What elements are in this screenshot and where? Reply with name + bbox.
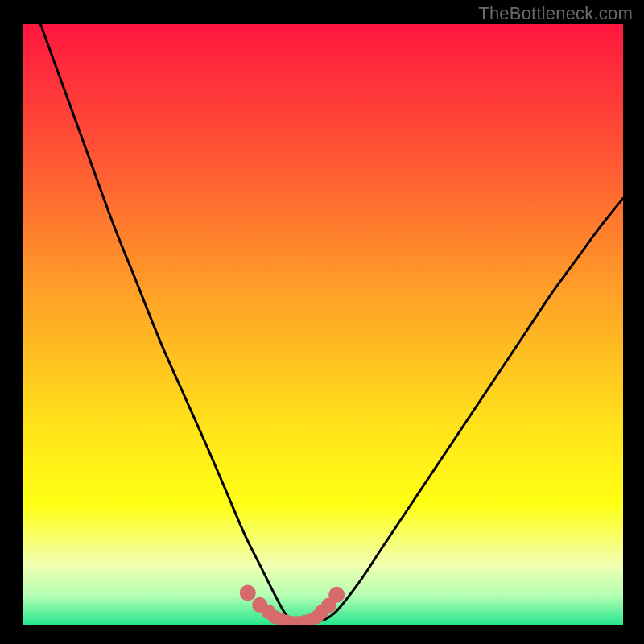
gradient-background <box>23 24 623 625</box>
attribution-text: TheBottleneck.com <box>478 3 633 24</box>
outer-frame: TheBottleneck.com <box>0 0 644 644</box>
cluster-dot <box>240 584 256 601</box>
cluster-dot <box>328 587 345 603</box>
bottleneck-chart <box>23 24 623 625</box>
